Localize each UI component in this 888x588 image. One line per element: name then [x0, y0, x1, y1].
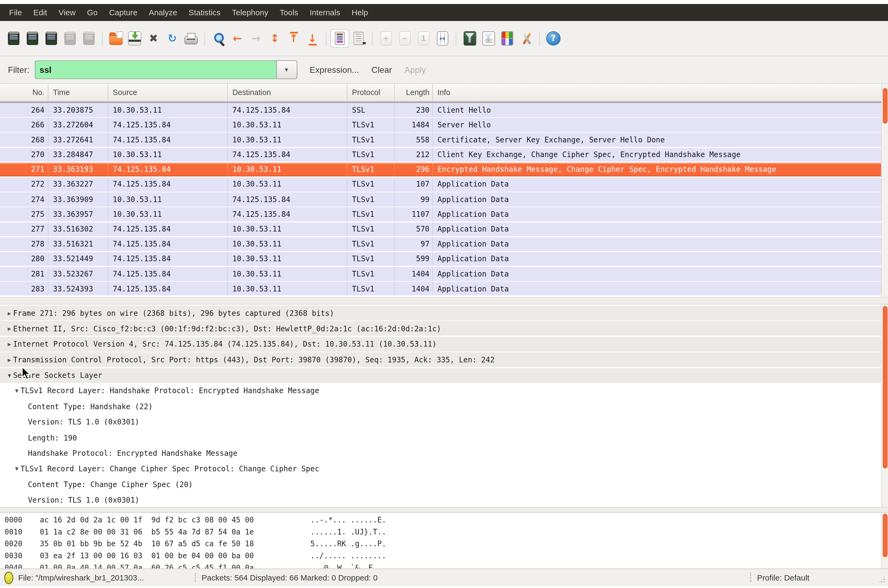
packet-row[interactable]: 27733.51630274.125.135.8410.30.53.11TLSv… — [0, 222, 881, 236]
hex-row[interactable]: 004001 00 0a 40 14 00 57 0a 60 26 c5 c5 … — [0, 562, 888, 569]
go-to-bottom-button[interactable]: ↓ — [304, 30, 321, 47]
zoom-out-button[interactable]: − — [396, 30, 414, 47]
auto-scroll-button[interactable] — [350, 30, 367, 47]
menu-capture[interactable]: Capture — [103, 4, 143, 21]
column-header-length[interactable]: Length — [395, 84, 433, 101]
expander-right-icon[interactable]: ▶ — [6, 326, 13, 332]
resize-grip[interactable] — [878, 575, 886, 584]
save-capture-file-button[interactable] — [126, 30, 144, 47]
column-header-info[interactable]: Info — [433, 84, 881, 101]
zoom-in-button[interactable]: + — [377, 30, 395, 47]
capture-interfaces-button[interactable] — [5, 30, 22, 47]
pane-splitter-bottom[interactable] — [0, 507, 888, 513]
column-header-no[interactable]: No. — [0, 84, 48, 101]
scrollbar-thumb[interactable] — [883, 306, 888, 468]
packet-row-selected[interactable]: 27133.36319374.125.135.8410.30.53.11TLSv… — [0, 163, 881, 177]
detail-row[interactable]: Content Type: Handshake (22) — [0, 399, 888, 414]
scrollbar-thumb[interactable] — [883, 514, 888, 557]
menu-file[interactable]: File — [3, 4, 28, 21]
expander-down-icon[interactable]: ▼ — [13, 466, 21, 472]
expander-down-icon[interactable]: ▼ — [13, 388, 21, 394]
detail-row[interactable]: Length: 190 — [0, 430, 888, 445]
chevron-down-icon: ▼ — [284, 67, 289, 73]
column-header-time[interactable]: Time — [48, 84, 108, 101]
status-profile[interactable]: Profile: Default — [757, 573, 809, 582]
detail-row[interactable]: ▶Internet Protocol Version 4, Src: 74.12… — [0, 337, 888, 351]
menu-statistics[interactable]: Statistics — [183, 4, 226, 21]
expander-right-icon[interactable]: ▶ — [6, 357, 13, 363]
detail-row[interactable]: ▼Secure Sockets Layer — [0, 368, 888, 383]
find-packet-button[interactable] — [210, 30, 227, 47]
clear-button[interactable]: Clear — [372, 65, 392, 74]
menu-edit[interactable]: Edit — [28, 4, 53, 21]
display-filters-button[interactable] — [480, 30, 497, 47]
open-capture-file-button[interactable] — [107, 30, 125, 47]
packet-row[interactable]: 27433.36390910.30.53.1174.125.135.84TLSv… — [0, 192, 881, 206]
column-header-protocol[interactable]: Protocol — [348, 84, 394, 101]
help-button[interactable]: ? — [545, 30, 562, 47]
detail-row[interactable]: ▼TLSv1 Record Layer: Handshake Protocol:… — [0, 384, 888, 398]
coloring-rules-button[interactable] — [498, 30, 516, 47]
hex-row[interactable]: 002035 0b 01 bb 9b be 52 4b 10 67 a5 d5 … — [0, 538, 888, 550]
packet-row[interactable]: 27833.51632174.125.135.8410.30.53.11TLSv… — [0, 237, 881, 251]
hex-row[interactable]: 001001 1a c2 8e 00 00 31 06 b5 55 4a 7d … — [0, 526, 888, 538]
reload-capture-file-button[interactable]: ↻ — [163, 30, 181, 47]
packet-row[interactable]: 26833.27264174.125.135.8410.30.53.11TLSv… — [0, 133, 881, 147]
expander-down-icon[interactable]: ▼ — [6, 372, 13, 378]
menu-go[interactable]: Go — [81, 4, 103, 21]
go-back-button[interactable]: ← — [229, 30, 246, 47]
capture-options-button[interactable] — [23, 30, 41, 47]
packet-row[interactable]: 27033.28484710.30.53.1174.125.135.84TLSv… — [0, 148, 881, 162]
hex-row[interactable]: 0000ac 16 2d 0d 2a 1c 00 1f 9d f2 bc c3 … — [0, 514, 888, 526]
column-header-source[interactable]: Source — [108, 84, 228, 101]
capture-restart-icon — [83, 32, 94, 45]
packet-row[interactable]: 26633.27260474.125.135.8410.30.53.11TLSv… — [0, 118, 881, 132]
capture-filters-button[interactable] — [461, 30, 479, 47]
menu-help[interactable]: Help — [346, 4, 374, 21]
hex-scrollbar[interactable] — [881, 513, 888, 568]
menu-view[interactable]: View — [53, 4, 81, 21]
pane-splitter-top[interactable] — [0, 297, 888, 304]
packet-list-scrollbar[interactable] — [881, 84, 888, 297]
scrollbar-thumb[interactable] — [883, 88, 888, 124]
menu-telephony[interactable]: Telephony — [226, 4, 274, 21]
resize-columns-button[interactable]: ↔ — [433, 30, 451, 47]
packet-row[interactable]: 28333.52439374.125.135.8410.30.53.11TLSv… — [0, 282, 881, 296]
capture-start-button[interactable] — [42, 30, 60, 47]
menu-internals[interactable]: Internals — [304, 4, 346, 21]
column-header-destination[interactable]: Destination — [228, 84, 348, 101]
detail-row[interactable]: Version: TLS 1.0 (0x0301) — [0, 415, 888, 429]
detail-row[interactable]: Version: TLS 1.0 (0x0301) — [0, 493, 888, 507]
normal-size-button[interactable]: 1 — [415, 30, 432, 47]
detail-row[interactable]: ▶Transmission Control Protocol, Src Port… — [0, 352, 888, 367]
expander-right-icon[interactable]: ▶ — [6, 341, 13, 347]
save-capture-file-icon — [129, 32, 141, 45]
detail-row[interactable]: ▶Frame 271: 296 bytes on wire (2368 bits… — [0, 306, 888, 320]
go-forward-button[interactable]: → — [247, 30, 265, 47]
packet-row[interactable]: 27533.36395710.30.53.1174.125.135.84TLSv… — [0, 207, 881, 221]
print-button[interactable] — [182, 30, 200, 47]
filter-input[interactable] — [35, 60, 276, 79]
expression-button[interactable]: Expression... — [310, 65, 359, 74]
menu-tools[interactable]: Tools — [274, 4, 304, 21]
colorize-packets-button[interactable] — [331, 30, 349, 47]
close-capture-file-button[interactable]: ✖ — [144, 30, 163, 47]
go-to-top-button[interactable]: ↑ — [285, 30, 303, 47]
packet-row[interactable]: 27233.36322774.125.135.8410.30.53.11TLSv… — [0, 177, 881, 191]
menu-analyze[interactable]: Analyze — [143, 4, 183, 21]
go-to-packet-button[interactable]: ↕ — [266, 30, 284, 47]
detail-row[interactable]: Handshake Protocol: Encrypted Handshake … — [0, 446, 888, 460]
expander-right-icon[interactable]: ▶ — [6, 310, 13, 316]
preferences-button[interactable] — [517, 30, 535, 47]
details-scrollbar[interactable] — [881, 304, 888, 507]
packet-row[interactable]: 28133.52326774.125.135.8410.30.53.11TLSv… — [0, 267, 881, 281]
detail-row[interactable]: Content Type: Change Cipher Spec (20) — [0, 477, 888, 492]
hex-row[interactable]: 003003 ea 2f 13 00 00 16 03 01 00 be 04 … — [0, 550, 888, 562]
packet-row[interactable]: 28033.52144974.125.135.8410.30.53.11TLSv… — [0, 252, 881, 266]
packet-row[interactable]: 26433.20387510.30.53.1174.125.135.84SSL2… — [0, 103, 881, 117]
detail-row[interactable]: ▼TLSv1 Record Layer: Change Cipher Spec … — [0, 461, 888, 476]
status-separator — [195, 573, 196, 582]
expert-info-icon[interactable] — [5, 572, 13, 583]
filter-dropdown-button[interactable]: ▼ — [276, 60, 297, 79]
detail-row[interactable]: ▶Ethernet II, Src: Cisco_f2:bc:c3 (00:1f… — [0, 321, 888, 336]
